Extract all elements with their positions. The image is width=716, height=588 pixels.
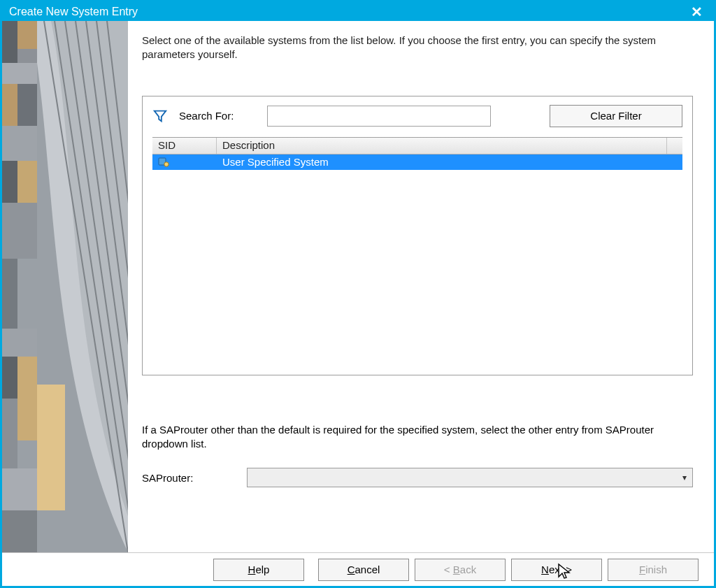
table-body: User Specified System [152,155,682,375]
wizard-sidebar-graphic [2,21,128,552]
saprouter-dropdown[interactable]: ▾ [247,468,693,487]
clear-filter-button[interactable]: Clear Filter [550,105,682,127]
svg-rect-22 [37,385,65,510]
system-icon [158,157,169,168]
content-area: Select one of the available systems from… [128,21,714,552]
svg-rect-13 [17,84,37,126]
table-row[interactable]: User Specified System [152,155,682,170]
svg-rect-16 [17,161,37,203]
svg-rect-15 [2,161,17,203]
window-title: Create New System Entry [9,6,138,18]
search-input[interactable] [267,106,491,127]
title-bar: Create New System Entry ✕ [2,2,714,21]
column-header-sid[interactable]: SID [152,138,217,154]
svg-rect-11 [2,63,37,84]
table-header: SID Description [152,138,682,155]
chevron-down-icon: ▾ [682,473,687,482]
filter-icon [152,108,168,124]
svg-rect-21 [17,357,37,440]
svg-rect-9 [17,21,37,49]
next-button[interactable]: Next > [511,559,602,581]
back-button: < Back [415,559,506,581]
system-table: SID Description [152,137,682,375]
instruction-text: Select one of the available systems from… [142,34,693,62]
finish-button: Finish [608,559,699,581]
button-bar: Help Cancel < Back Next > Finish [2,552,714,586]
saprouter-row: SAProuter: ▾ [142,468,693,487]
svg-rect-14 [2,126,37,161]
saprouter-label: SAProuter: [142,472,212,484]
svg-rect-25 [2,510,37,552]
cell-description: User Specified System [217,155,682,168]
cell-sid [152,156,217,168]
saprouter-note: If a SAProuter other than the default is… [142,423,693,452]
cancel-button[interactable]: Cancel [318,559,409,581]
svg-rect-23 [2,399,17,468]
system-list-panel: Search For: Clear Filter SID Description [142,96,693,375]
help-button[interactable]: Help [213,559,304,581]
column-header-description[interactable]: Description [217,138,667,154]
search-label: Search For: [179,110,256,122]
column-header-spacer [667,138,682,154]
dialog-window: Create New System Entry ✕ [0,0,716,588]
svg-rect-24 [2,468,37,510]
svg-point-27 [164,162,169,166]
svg-rect-18 [2,259,17,329]
close-icon[interactable]: ✕ [687,3,707,20]
search-row: Search For: Clear Filter [152,105,682,127]
svg-rect-17 [2,203,37,259]
svg-rect-8 [2,21,17,63]
svg-rect-19 [2,329,37,357]
svg-rect-20 [2,357,17,399]
svg-rect-12 [2,84,17,126]
dialog-body: Select one of the available systems from… [2,21,714,552]
